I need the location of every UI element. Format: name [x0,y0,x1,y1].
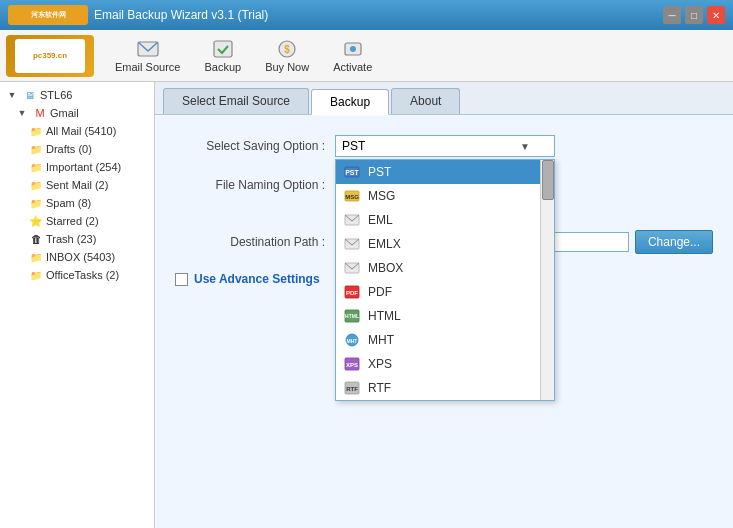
saving-option-dropdown[interactable]: PST ▼ PST PST [335,135,555,157]
dropdown-scrollbar[interactable] [540,160,554,400]
tree-label-important: Important (254) [46,161,121,173]
folder-icon-important: 📁 [28,159,44,175]
computer-icon: 🖥 [22,87,38,103]
buy-now-button[interactable]: $ Buy Now [254,34,320,78]
dropdown-item-pst[interactable]: PST PST [336,160,554,184]
tree-item-all-mail[interactable]: 📁 All Mail (5410) [0,122,154,140]
expand-icon-gmail: ▼ [14,105,30,121]
buy-now-icon: $ [275,39,299,59]
mht-icon: MHT [342,332,362,348]
app-logo: 河东软件网 [8,5,88,25]
svg-text:MHT: MHT [347,338,358,344]
window-title: Email Backup Wizard v3.1 (Trial) [94,8,268,22]
title-controls: ─ □ ✕ [663,6,725,24]
pst-icon: PST [342,164,362,180]
svg-text:HTML: HTML [345,313,359,319]
tab-about[interactable]: About [391,88,460,114]
minimize-button[interactable]: ─ [663,6,681,24]
saving-option-row: Select Saving Option : PST ▼ PST PST [175,135,713,157]
destination-label: Destination Path : [175,235,335,249]
buy-now-label: Buy Now [265,61,309,73]
tree-item-spam[interactable]: 📁 Spam (8) [0,194,154,212]
activate-button[interactable]: Activate [322,34,383,78]
tab-bar: Select Email Source Backup About [155,82,733,115]
tree-label-sent-mail: Sent Mail (2) [46,179,108,191]
dropdown-item-mbox[interactable]: MBOX [336,256,554,280]
tab-backup-label: Backup [330,95,370,109]
tree-label-starred: Starred (2) [46,215,99,227]
title-bar-left: 河东软件网 Email Backup Wizard v3.1 (Trial) [8,5,268,25]
tree-item-office-tasks[interactable]: 📁 OfficeTasks (2) [0,266,154,284]
advance-settings-checkbox[interactable] [175,273,188,286]
gmail-icon: M [32,105,48,121]
saving-option-arrow: ▼ [520,141,530,152]
tree-item-drafts[interactable]: 📁 Drafts (0) [0,140,154,158]
tree-item-stl66[interactable]: ▼ 🖥 STL66 [0,86,154,104]
svg-text:XPS: XPS [346,362,358,368]
folder-icon-drafts: 📁 [28,141,44,157]
maximize-button[interactable]: □ [685,6,703,24]
dropdown-item-rtf[interactable]: RTF RTF [336,376,554,400]
dropdown-label-eml: EML [368,213,393,227]
tab-select-email-source-label: Select Email Source [182,94,290,108]
email-source-button[interactable]: Email Source [104,34,191,78]
tree-label-spam: Spam (8) [46,197,91,209]
dropdown-label-mht: MHT [368,333,394,347]
trash-icon: 🗑 [28,231,44,247]
activate-label: Activate [333,61,372,73]
svg-text:PST: PST [345,169,359,176]
dropdown-item-xps[interactable]: XPS XPS [336,352,554,376]
tab-select-email-source[interactable]: Select Email Source [163,88,309,114]
change-button[interactable]: Change... [635,230,713,254]
dropdown-label-mbox: MBOX [368,261,403,275]
tree-label-drafts: Drafts (0) [46,143,92,155]
tree-item-trash[interactable]: 🗑 Trash (23) [0,230,154,248]
folder-icon-spam: 📁 [28,195,44,211]
toolbar: pc359.cn Email Source Backup $ Buy Now A… [0,30,733,82]
dropdown-item-mht[interactable]: MHT MHT [336,328,554,352]
dropdown-item-html[interactable]: HTML HTML [336,304,554,328]
tree-item-sent-mail[interactable]: 📁 Sent Mail (2) [0,176,154,194]
tree-item-starred[interactable]: ⭐ Starred (2) [0,212,154,230]
close-button[interactable]: ✕ [707,6,725,24]
saving-option-list[interactable]: PST PST MSG MSG [335,159,555,401]
dropdown-label-xps: XPS [368,357,392,371]
svg-text:$: $ [284,44,290,55]
dropdown-item-msg[interactable]: MSG MSG [336,184,554,208]
emlx-icon [342,236,362,252]
dropdown-item-eml[interactable]: EML [336,208,554,232]
email-source-label: Email Source [115,61,180,73]
svg-text:MSG: MSG [345,194,359,200]
tree-item-important[interactable]: 📁 Important (254) [0,158,154,176]
tree-label-inbox: INBOX (5403) [46,251,115,263]
saving-option-selected[interactable]: PST ▼ [335,135,555,157]
svg-text:RTF: RTF [346,386,358,392]
rtf-icon: RTF [342,380,362,396]
activate-icon [341,39,365,59]
svg-text:PDF: PDF [346,290,358,296]
dropdown-item-emlx[interactable]: EMLX [336,232,554,256]
tab-about-label: About [410,94,441,108]
dropdown-label-rtf: RTF [368,381,391,395]
tree-item-gmail[interactable]: ▼ M Gmail [0,104,154,122]
dropdown-scrollbar-thumb[interactable] [542,160,554,200]
backup-icon [211,39,235,59]
advance-settings-label[interactable]: Use Advance Settings [194,272,320,286]
main-layout: ▼ 🖥 STL66 ▼ M Gmail 📁 All Mail (5410) 📁 … [0,82,733,528]
folder-icon-inbox: 📁 [28,249,44,265]
dropdown-item-pdf[interactable]: PDF PDF [336,280,554,304]
tree-label-office-tasks: OfficeTasks (2) [46,269,119,281]
toolbar-logo: pc359.cn [6,35,94,77]
folder-icon-all-mail: 📁 [28,123,44,139]
saving-option-label: Select Saving Option : [175,139,335,153]
backup-toolbar-label: Backup [204,61,241,73]
tree-item-inbox[interactable]: 📁 INBOX (5403) [0,248,154,266]
svg-rect-1 [214,41,232,57]
tree-label-stl66: STL66 [40,89,72,101]
backup-toolbar-button[interactable]: Backup [193,34,252,78]
xps-icon: XPS [342,356,362,372]
tab-backup[interactable]: Backup [311,89,389,115]
folder-icon-sent-mail: 📁 [28,177,44,193]
pdf-icon: PDF [342,284,362,300]
dropdown-label-emlx: EMLX [368,237,401,251]
